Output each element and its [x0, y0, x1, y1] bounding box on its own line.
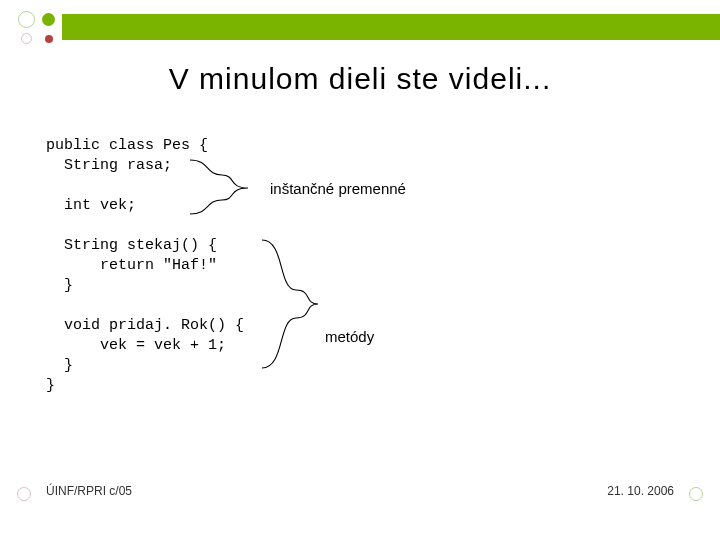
slide-title: V minulom dieli ste videli...	[0, 62, 720, 96]
code-line: public class Pes {	[46, 136, 208, 156]
decor-dot-outline-bottom	[21, 33, 32, 44]
annotation-instance-vars: inštančné premenné	[270, 180, 406, 197]
decor-dot-red-solid	[45, 35, 53, 43]
code-line: void pridaj. Rok() {	[46, 316, 244, 336]
code-line: String stekaj() {	[46, 236, 217, 256]
code-line: }	[46, 376, 55, 396]
code-line: return "Haf!"	[46, 256, 217, 276]
decor-dot-footer-left-outline	[17, 487, 31, 501]
code-line: int vek;	[46, 196, 136, 216]
brace-instance-vars	[190, 160, 248, 214]
annotation-methods: metódy	[325, 328, 374, 345]
decor-dot-green-solid	[42, 13, 55, 26]
decor-dot-footer-right-outline	[689, 487, 703, 501]
code-line: String rasa;	[46, 156, 172, 176]
code-line: vek = vek + 1;	[46, 336, 226, 356]
footer-date: 21. 10. 2006	[607, 484, 674, 498]
code-line: }	[46, 276, 73, 296]
brace-methods	[262, 240, 318, 368]
decor-dot-outline-top	[18, 11, 35, 28]
footer-course-code: ÚINF/RPRI c/05	[46, 484, 132, 498]
header-bar	[62, 14, 720, 40]
code-line: }	[46, 356, 73, 376]
